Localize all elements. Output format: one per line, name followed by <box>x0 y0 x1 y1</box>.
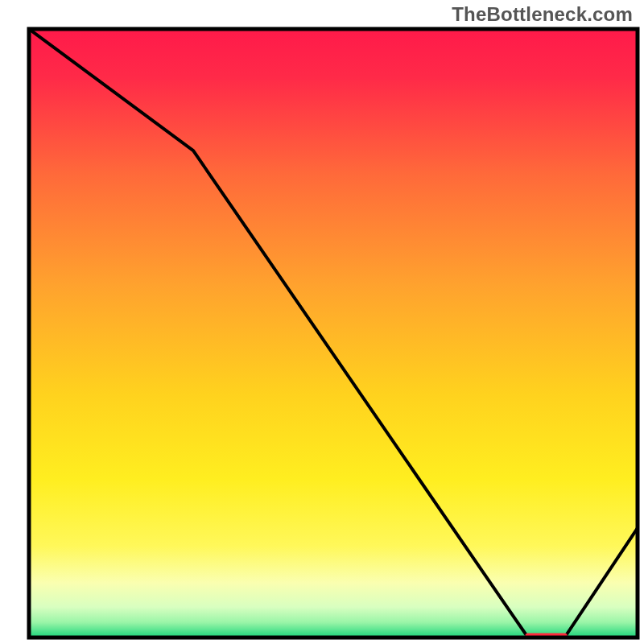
chart-container: TheBottleneck.com <box>0 0 644 644</box>
gradient-background <box>29 29 638 638</box>
bottleneck-chart <box>0 0 644 644</box>
